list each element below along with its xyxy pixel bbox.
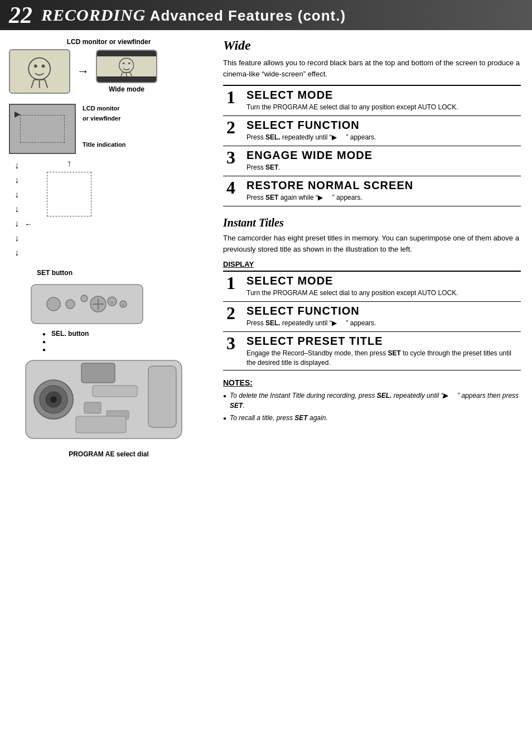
step-content-1: SELECT MODE Turn the PROGRAM AE select d… (243, 86, 521, 115)
step-number-col-4: 4 (223, 176, 243, 206)
step-heading-4: RESTORE NORMAL SCREEN (246, 179, 518, 192)
sel-button-area: ● ● ● SEL. button (42, 329, 209, 353)
instant-step-number-2: 2 (226, 304, 235, 322)
step-content-3: ENGAGE WIDE MODE Press SET. (243, 146, 521, 176)
camera-body-area (20, 355, 209, 446)
wide-description: This feature allows you to record black … (223, 57, 521, 79)
right-panel: Wide This feature allows you to record b… (217, 30, 532, 466)
instant-step-number-3: 3 (226, 334, 235, 352)
title-italic: RECORDING (41, 6, 146, 24)
note-1-text: To delete the Instant Title during recor… (230, 391, 521, 411)
notes-section: NOTES: To delete the Instant Title durin… (223, 378, 521, 423)
arrow-down-3: ↓ (14, 190, 19, 200)
title-indication-label: Title indication (83, 140, 125, 150)
wide-steps: 1 SELECT MODE Turn the PROGRAM AE select… (223, 85, 521, 206)
note-2-text: To recall a title, press SET again. (230, 413, 328, 423)
step-content-2: SELECT FUNCTION Press SEL. repeatedly un… (243, 116, 521, 146)
svg-point-15 (47, 297, 60, 311)
note-item-1: To delete the Instant Title during recor… (223, 391, 521, 411)
page-title: RECORDING Advanced Features (cont.) (41, 6, 346, 25)
arrow-down-5: ↓ (14, 219, 19, 229)
svg-point-7 (119, 58, 134, 73)
page-header: 22 RECORDING Advanced Features (cont.) (0, 0, 532, 30)
svg-point-29 (50, 396, 57, 403)
instant-titles-title: Instant Titles (223, 216, 521, 229)
svg-point-17 (81, 295, 88, 302)
step-body-1: Turn the PROGRAM AE select dial to any p… (246, 103, 518, 112)
step-heading-1: SELECT MODE (246, 88, 518, 102)
arrow-down-2: ↓ (14, 175, 19, 185)
wide-step-2: 2 SELECT FUNCTION Press SEL. repeatedly … (223, 116, 521, 146)
step-number-1: 1 (226, 88, 235, 106)
instant-step-body-2: Press SEL. repeatedly until “▶ ” appears… (246, 319, 518, 328)
instant-step-number-col-2: 2 (223, 302, 243, 331)
step-body-4: Press SET again while “▶ ” appears. (246, 193, 518, 203)
arrow-up-1: ↑ (67, 158, 71, 168)
instant-step-1: 1 SELECT MODE Turn the PROGRAM AE select… (223, 272, 521, 302)
wide-step-4: 4 RESTORE NORMAL SCREEN Press SET again … (223, 176, 521, 206)
svg-point-8 (123, 62, 125, 65)
page-number: 22 (9, 2, 32, 28)
instant-step-number-col-3: 3 (223, 332, 243, 370)
wide-step-1: 1 SELECT MODE Turn the PROGRAM AE select… (223, 86, 521, 116)
svg-point-2 (42, 64, 45, 68)
monitor-box: ▶ (9, 104, 76, 154)
svg-point-16 (66, 300, 75, 309)
instant-step-3: 3 SELECT PRESET TITLE Engage the Record–… (223, 332, 521, 370)
step-body-3: Press SET. (246, 163, 518, 172)
svg-line-3 (31, 80, 34, 88)
wide-screen-box (96, 50, 157, 83)
camera-top-svg: + I (26, 279, 148, 329)
step-heading-3: ENGAGE WIDE MODE (246, 148, 518, 162)
svg-point-9 (128, 62, 130, 65)
step-number-2: 2 (226, 118, 235, 136)
arrows-diagram: ↓ ↓ ↓ ↓ ↓ ↓ ↓ ↑ ← (14, 158, 209, 258)
instant-step-number-col-1: 1 (223, 272, 243, 301)
wide-mode-label: Wide mode (109, 85, 144, 93)
left-panel: LCD monitor or viewfinder (0, 30, 217, 466)
step-number-col-2: 2 (223, 116, 243, 146)
arrow-down-4: ↓ (14, 204, 19, 214)
camera-body-svg (20, 355, 187, 444)
title-rest: Advanced Features (cont.) (146, 7, 346, 24)
title-box-dashed (47, 172, 91, 216)
note-item-2: To recall a title, press SET again. (223, 413, 521, 423)
set-button-section: SET button + I (9, 269, 209, 331)
step-heading-2: SELECT FUNCTION (246, 118, 518, 132)
instant-step-heading-1: SELECT MODE (246, 274, 518, 287)
main-content: LCD monitor or viewfinder (0, 30, 532, 466)
instant-step-content-1: SELECT MODE Turn the PROGRAM AE select d… (243, 272, 521, 301)
lcd-wide-row: → (9, 49, 209, 94)
instant-step-heading-2: SELECT FUNCTION (246, 304, 518, 317)
wide-step-3: 3 ENGAGE WIDE MODE Press SET. (223, 146, 521, 176)
instant-titles-section: Instant Titles The camcorder has eight p… (223, 216, 521, 370)
instant-step-2: 2 SELECT FUNCTION Press SEL. repeatedly … (223, 302, 521, 332)
monitor-labels: LCD monitoror viewfinder Title indicatio… (83, 104, 125, 150)
wide-section: Wide This feature allows you to record b… (223, 38, 521, 206)
notes-title: NOTES: (223, 378, 521, 387)
svg-point-1 (34, 64, 37, 68)
step-body-2: Press SEL. repeatedly until “▶ ” appears… (246, 133, 518, 142)
set-button-label: SET button (37, 269, 209, 277)
lcd-monitor-or-viewfinder-label2: LCD monitoror viewfinder (83, 104, 125, 123)
svg-rect-35 (76, 416, 126, 433)
step-number-3: 3 (226, 148, 235, 166)
instant-step-body-1: Turn the PROGRAM AE select dial to any p… (246, 288, 518, 298)
title-indication-dashed-box (20, 115, 65, 143)
svg-point-0 (28, 58, 50, 80)
program-ae-label: PROGRAM AE select dial (9, 450, 209, 458)
instant-step-content-3: SELECT PRESET TITLE Engage the Record–St… (243, 332, 521, 370)
sel-button-label: SEL. button (51, 330, 89, 338)
lcd-monitor-section: ▶ LCD monitoror viewfinder Title indicat… (9, 104, 209, 154)
step-number-4: 4 (226, 179, 235, 196)
instant-titles-steps: 1 SELECT MODE Turn the PROGRAM AE select… (223, 271, 521, 370)
arrow-left-1: ← (25, 220, 32, 229)
instant-titles-description: The camcorder has eight preset titles in… (223, 233, 521, 254)
step-number-col-1: 1 (223, 86, 243, 115)
display-label: DISPLAY (223, 260, 521, 268)
svg-rect-30 (81, 363, 115, 383)
instant-step-body-3: Engage the Record–Standby mode, then pre… (246, 349, 518, 368)
wide-title: Wide (223, 38, 521, 53)
arrow-down-7: ↓ (14, 248, 19, 258)
arrow-down-1: ↓ (14, 161, 19, 171)
